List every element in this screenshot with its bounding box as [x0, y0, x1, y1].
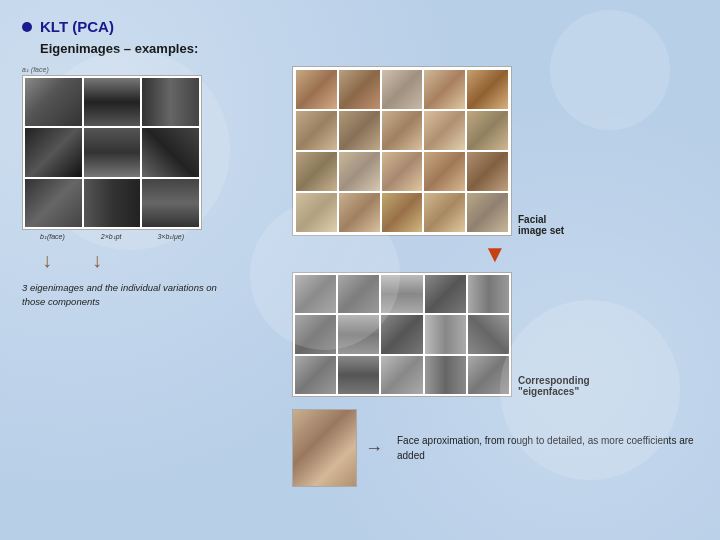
left-arrow-down: ↓ ↓ — [22, 249, 202, 272]
eigenfaces-label-container: Corresponding "eigenfaces" — [518, 272, 590, 397]
eigenimage-grid — [22, 75, 202, 230]
eigen-cell-6 — [142, 128, 199, 176]
eigen-cell-5 — [84, 128, 141, 176]
facial-image-set-label: Facial image set — [518, 214, 564, 236]
eigen-cell-9 — [142, 179, 199, 227]
eigenface-2 — [338, 275, 379, 313]
eigen-cell-8 — [84, 179, 141, 227]
face-approx-image — [292, 409, 357, 487]
slide: KLT (PCA) Eigenimages – examples: a₁ (fa… — [0, 0, 720, 540]
eigenface-6 — [295, 315, 336, 353]
eigen-cell-3 — [142, 78, 199, 126]
arrow-down-center: ▼ — [292, 242, 698, 266]
eigenfaces-grid — [292, 272, 512, 397]
slide-subtitle: Eigenimages – examples: — [40, 41, 698, 56]
left-arrow-area: ↓ ↓ — [22, 249, 282, 272]
eigen-cell-1 — [25, 78, 82, 126]
face-14 — [424, 152, 465, 191]
face-11 — [296, 152, 337, 191]
face-4 — [424, 70, 465, 109]
face-approx-row: → Face aproximation, from rough to detai… — [292, 409, 698, 487]
eigenface-4 — [425, 275, 466, 313]
eigenface-3 — [381, 275, 422, 313]
right-column: Facial image set ▼ — [292, 66, 698, 510]
eigenface-9 — [425, 315, 466, 353]
face-9 — [424, 111, 465, 150]
bullet-point — [22, 22, 32, 32]
face-10 — [467, 111, 508, 150]
face-approx-arrow-container: → — [365, 438, 389, 459]
slide-title: KLT (PCA) — [40, 18, 114, 35]
eigenimage-note-text: 3 eigenimages and the individual variati… — [22, 282, 217, 307]
face-1 — [296, 70, 337, 109]
face-19 — [424, 193, 465, 232]
eigenface-8 — [381, 315, 422, 353]
face-20 — [467, 193, 508, 232]
facial-label-container: Facial image set — [518, 66, 564, 236]
eigenface-13 — [381, 356, 422, 394]
face-5 — [467, 70, 508, 109]
face-15 — [467, 152, 508, 191]
eigenface-5 — [468, 275, 509, 313]
eigen-label-b2: 2×b₁pt — [101, 233, 122, 241]
eigenfaces-row: Corresponding "eigenfaces" — [292, 272, 698, 397]
eigenface-12 — [338, 356, 379, 394]
eigenimage-section: a₁ (face) b₁(face) 2×b₁pt — [22, 66, 282, 241]
left-column: a₁ (face) b₁(face) 2×b₁pt — [22, 66, 282, 510]
eigenfaces-grid-container — [292, 272, 512, 397]
face-8 — [382, 111, 423, 150]
eigenface-11 — [295, 356, 336, 394]
face-2 — [339, 70, 380, 109]
eigen-cell-7 — [25, 179, 82, 227]
face-7 — [339, 111, 380, 150]
face-3 — [382, 70, 423, 109]
header: KLT (PCA) — [22, 18, 698, 35]
face-16 — [296, 193, 337, 232]
eigenface-1 — [295, 275, 336, 313]
eigen-label-small: a₁ (face) — [22, 66, 49, 74]
content-area: a₁ (face) b₁(face) 2×b₁pt — [22, 66, 698, 510]
face-12 — [339, 152, 380, 191]
facial-set-row: Facial image set — [292, 66, 698, 236]
facial-image-grid — [292, 66, 512, 236]
eigenface-10 — [468, 315, 509, 353]
face-approx-description: Face aproximation, from rough to detaile… — [397, 435, 694, 461]
eigen-cell-2 — [84, 78, 141, 126]
eigenimage-caption: 3 eigenimages and the individual variati… — [22, 280, 242, 309]
face-17 — [339, 193, 380, 232]
face-grid — [292, 66, 512, 236]
eigenface-7 — [338, 315, 379, 353]
face-18 — [382, 193, 423, 232]
face-6 — [296, 111, 337, 150]
down-arrow-icon: ▼ — [483, 242, 507, 266]
corresponding-eigenfaces-label: Corresponding "eigenfaces" — [518, 375, 590, 397]
face-approx-text-container: Face aproximation, from rough to detaile… — [397, 433, 698, 463]
eigen-label-b1: b₁(face) — [40, 233, 65, 241]
eigenface-15 — [468, 356, 509, 394]
right-arrow-icon: → — [365, 438, 383, 459]
eigenimage-top-labels: a₁ (face) — [22, 66, 202, 74]
eigen-label-b3: 3×b₁iμe) — [157, 233, 184, 241]
eigenface-14 — [425, 356, 466, 394]
eigen-cell-4 — [25, 128, 82, 176]
face-13 — [382, 152, 423, 191]
